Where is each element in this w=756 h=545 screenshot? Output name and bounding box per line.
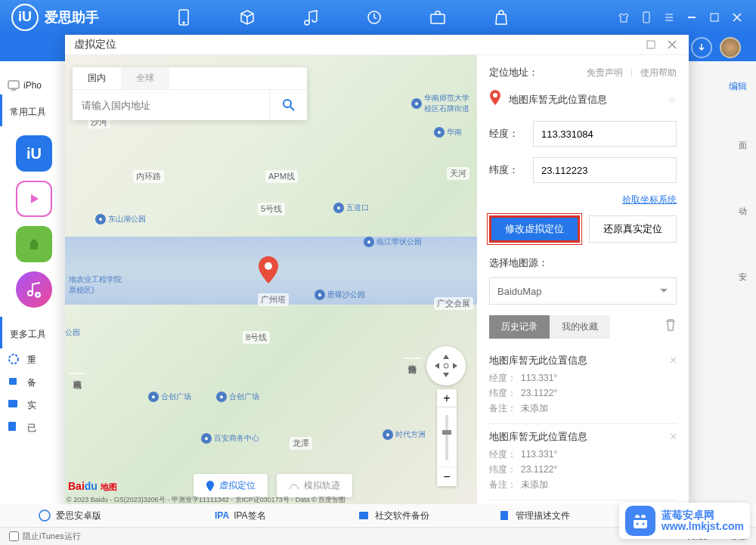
cube-icon[interactable] [238,8,256,26]
search-input[interactable] [73,90,269,120]
sb-item-1[interactable]: 备 [0,371,68,394]
svg-rect-5 [711,14,718,21]
svg-rect-19 [500,511,508,520]
history-item[interactable]: 地图库暂无此位置信息 经度：113.331° 纬度：23.1122° 备注：未添… [489,348,677,424]
watermark: 蓝莓安卓网 www.lmkjst.com [619,503,750,539]
svg-rect-9 [9,378,17,385]
poi-icon: ● [411,98,422,109]
chevron-down-icon [659,288,668,294]
trash-icon[interactable] [665,318,677,336]
help-link[interactable]: 使用帮助 [640,67,677,79]
search-tab-domestic[interactable]: 国内 [73,67,121,89]
svg-rect-10 [8,400,17,407]
history-item[interactable]: 地图库暂无此位置信息 经度：113.331° 纬度：23.1122° 备注：未添… [489,424,677,500]
loading-icon [8,353,21,367]
music-icon[interactable] [302,8,320,26]
phone-icon[interactable] [175,8,193,26]
menu-icon[interactable] [662,10,677,25]
tool-icon-2[interactable] [16,181,52,217]
svg-rect-3 [431,14,445,23]
history-delete-icon[interactable]: × [670,430,677,444]
toolbox-icon[interactable] [429,8,447,26]
tab-favorites[interactable]: 我的收藏 [550,315,610,339]
tab-history[interactable]: 历史记录 [489,315,550,339]
sb-item-0[interactable]: 重 [0,348,68,371]
ipa-icon: IPA [215,510,229,521]
map-source-label: 选择地图源： [489,256,677,270]
tool-icon-3[interactable] [16,226,52,262]
svg-rect-4 [643,12,649,23]
backup-icon [8,376,21,389]
zoom-slider[interactable] [437,407,457,468]
map-marker-icon[interactable] [259,256,278,283]
phone-small-icon[interactable] [639,10,654,25]
section-more-tools: 更多工具 [0,317,68,348]
download-icon[interactable] [691,37,712,58]
map-search: 国内 全球 [73,67,307,120]
map-panel[interactable]: ●广州动物园 ●华南师范大学 校区石牌街道 ●华南 沙河 内环路 APM线 5号… [65,55,477,511]
address-text: 地图库暂无此位置信息 [509,93,660,107]
simulate-track-btn[interactable]: 模拟轨迹 [277,474,352,497]
profile-icon [497,509,511,522]
maximize-icon[interactable] [707,10,722,25]
app-header: iU 爱思助手 [0,0,756,34]
poi-icon: ● [364,237,374,247]
disclaimer-link[interactable]: 免责声明 [587,67,623,79]
svg-rect-11 [8,422,16,431]
restore-location-button[interactable]: 还原真实定位 [589,215,677,243]
tool-icon-4[interactable] [16,271,52,308]
poi-icon: ● [95,214,106,225]
search-tab-global[interactable]: 全球 [121,67,169,89]
poi-icon: ● [383,429,393,440]
footer-profile[interactable]: 管理描述文件 [497,509,570,522]
avatar-icon[interactable] [720,37,741,58]
close-icon[interactable] [730,10,745,25]
lat-label: 纬度： [489,163,533,177]
coord-system-link[interactable]: 拾取坐标系统 [622,194,677,205]
minimize-icon[interactable] [684,10,699,25]
device-row[interactable]: iPho [0,76,68,94]
svg-point-14 [284,100,291,107]
svg-rect-6 [8,81,19,88]
modify-location-button[interactable]: 修改虚拟定位 [489,215,580,243]
svg-point-21 [642,523,644,525]
sb-item-3[interactable]: 已 [0,416,68,439]
logo: iU 爱思助手 [11,4,99,31]
map-source-select[interactable]: BaiduMap [489,277,677,305]
favorite-toggle[interactable]: ☆ [668,94,677,105]
footer-android[interactable]: 爱思安卓版 [38,509,101,522]
svg-point-20 [636,523,638,525]
location-pin-icon [489,90,501,109]
bag-icon[interactable] [492,8,510,26]
map-pan-control[interactable] [426,346,466,386]
footer-ipa[interactable]: IPA IPA签名 [215,509,266,522]
modal-maximize-icon[interactable] [643,37,658,52]
sync-icon[interactable] [365,8,383,26]
svg-rect-12 [647,41,655,48]
search-button[interactable] [269,90,307,120]
zoom-in-button[interactable]: + [437,389,457,407]
modal-titlebar: 虚拟定位 [65,35,689,55]
poi-icon: ● [148,392,159,402]
poi-icon: ● [216,392,227,402]
modal-close-icon[interactable] [665,37,680,52]
lng-label: 经度： [489,127,533,141]
footer-social[interactable]: 社交软件备份 [357,509,429,522]
zoom-out-button[interactable]: − [437,468,457,486]
virtual-location-btn[interactable]: 虚拟定位 [194,474,268,497]
app-title: 爱思助手 [45,8,99,26]
svg-point-8 [9,355,18,364]
sb-item-2[interactable]: 实 [0,394,68,416]
logo-icon: iU [11,4,39,31]
lng-input[interactable] [533,121,677,147]
svg-point-1 [183,22,184,23]
shirt-icon[interactable] [616,10,631,25]
main-nav [175,8,510,26]
history-delete-icon[interactable]: × [670,354,677,367]
lat-input[interactable] [533,157,677,183]
edit-link[interactable]: 编辑 [688,76,756,98]
poi-icon: ● [434,127,445,138]
itunes-checkbox[interactable]: 阻止iTunes运行 [9,531,81,542]
baidu-logo: Baidu 地图 [68,480,117,493]
tool-icon-1[interactable]: iU [16,135,52,172]
